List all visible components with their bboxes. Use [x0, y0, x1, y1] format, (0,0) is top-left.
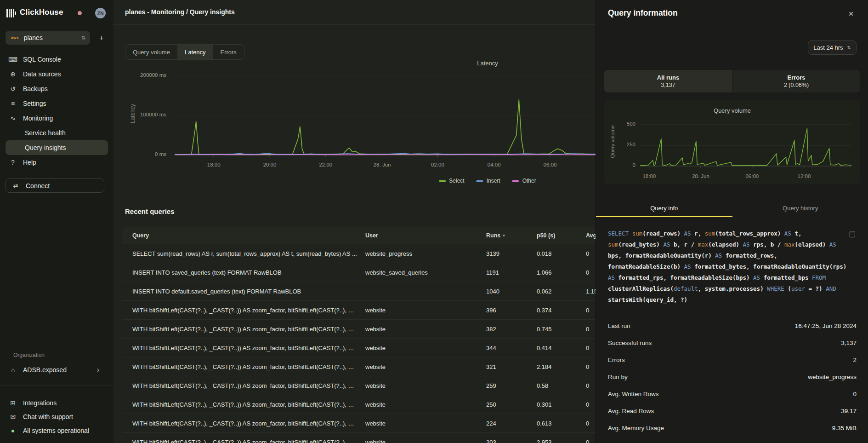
info-tab[interactable]: Query info [596, 200, 732, 217]
time-range-dropdown[interactable]: Last 24 hrs ⇅ [808, 40, 857, 55]
legend-label: Insert [487, 178, 500, 184]
latency-x-ticks: 18:0020:0022:0028. Jun02:0004:0006:00 [175, 162, 596, 169]
query-information-panel: Query information × Last 24 hrs ⇅ All ru… [596, 0, 868, 443]
nav-item-label: Help [23, 159, 36, 166]
sidebar-nav-item[interactable]: Service health [6, 126, 108, 140]
notification-dot[interactable] [78, 11, 82, 15]
sidebar-nav-item[interactable]: ≡ Settings [6, 96, 108, 111]
info-tab-label: Query info [650, 205, 678, 212]
monitoring-icon: ∿ [8, 115, 18, 122]
sidebar-nav-item[interactable]: Query insights [6, 140, 108, 155]
cell-runs: 250 [486, 401, 537, 408]
cell-p50: 2.953 [537, 439, 586, 443]
cell-p50: 0.374 [537, 307, 586, 314]
cell-query: WITH bitShiftLeft(CAST(?..), _CAST(?..))… [122, 439, 365, 443]
chevron-updown-icon: ⇅ [81, 35, 85, 41]
copy-icon[interactable] [850, 231, 855, 237]
cell-user: website [365, 307, 486, 314]
column-user[interactable]: User [365, 232, 486, 239]
cell-user: website_progress [365, 250, 486, 257]
view-tab-label: Latency [185, 49, 206, 56]
x-tick-label: 22:00 [319, 162, 332, 167]
column-query[interactable]: Query [122, 232, 365, 239]
sidebar-nav-item[interactable]: ⌨ SQL Console [6, 52, 108, 67]
sliders-icon: ≡ [8, 100, 18, 107]
y-tick-label: 200000 ms [140, 72, 166, 78]
cell-query: WITH bitShiftLeft(CAST(?..), _CAST(?..))… [122, 345, 365, 351]
view-tab[interactable]: Latency [177, 45, 213, 59]
summary-tab-label: All runs [657, 74, 679, 81]
summary-tab[interactable]: All runs 3,137 [604, 70, 732, 92]
sidebar-nav-item[interactable]: ↺ Backups [6, 81, 108, 96]
sidebar-footer-item[interactable]: ✉ Chat with support [6, 410, 108, 424]
service-selector[interactable]: aws planes ⇅ [6, 31, 90, 45]
view-tab-label: Query volume [133, 49, 170, 56]
summary-tab-value: 2 (0.06%) [784, 82, 809, 88]
cell-runs: 344 [486, 345, 537, 351]
view-tab[interactable]: Query volume [125, 45, 177, 59]
cell-query: WITH bitShiftLeft(CAST(?..), _CAST(?..))… [122, 363, 365, 370]
cell-runs: 321 [486, 363, 537, 370]
series-query-volume [640, 128, 851, 166]
sidebar-footer-item[interactable]: ● All systems operational [6, 424, 108, 437]
sql-query[interactable]: SELECT sum(read_rows) AS r, sum(total_ro… [608, 228, 852, 305]
cell-p50: 1.066 [537, 269, 586, 276]
cell-runs: 1191 [486, 269, 537, 276]
cell-query: WITH bitShiftLeft(CAST(?..), _CAST(?..))… [122, 420, 365, 427]
stat-label: Avg. Read Rows [608, 408, 654, 414]
stat-label: Run by [608, 374, 628, 380]
query-volume-x-ticks: 18:0028. Jun06:0012:00 [640, 173, 851, 180]
cell-query: WITH bitShiftLeft(CAST(?..), _CAST(?..))… [122, 401, 365, 408]
sidebar-nav-item[interactable]: ∿ Monitoring [6, 111, 108, 126]
sidebar: ClickHouse ZN aws planes ⇅ + ⌨ SQL Conso… [0, 0, 114, 443]
query-volume-card: Query volume Query volume 0250500 18:002… [604, 100, 860, 184]
sidebar-nav-item[interactable]: ? Help [6, 155, 108, 170]
legend-item[interactable]: Insert [477, 178, 500, 184]
cell-query: SELECT sum(read_rows) AS r, sum(total_ro… [122, 250, 365, 257]
x-tick-label: 06:00 [745, 173, 759, 179]
latency-chart-title: Latency [477, 60, 498, 67]
x-tick-label: 18:00 [642, 173, 656, 179]
legend-label: Other [522, 178, 536, 184]
stat-value: 0 [853, 391, 857, 397]
info-tab[interactable]: Query history [732, 200, 868, 217]
series-select [175, 100, 596, 155]
column-p50[interactable]: p50 (s) [537, 232, 586, 239]
column-runs[interactable]: Runs▾ [486, 232, 537, 239]
x-tick-label: 20:00 [263, 162, 277, 167]
connect-button[interactable]: ⇄ Connect [6, 178, 104, 193]
stat-row: Successful runs 3,137 [608, 334, 857, 351]
stat-row: p50 latency 0.018s [608, 437, 857, 443]
cell-user: website [365, 326, 486, 333]
organization-row[interactable]: ⌂ ADSB.exposed › [6, 363, 107, 377]
x-tick-label: 18:00 [207, 162, 221, 167]
cell-query: INSERT INTO default.saved_queries (text)… [122, 288, 365, 295]
query-volume-chart[interactable] [640, 116, 851, 172]
cell-user: website [365, 401, 486, 408]
connect-label: Connect [26, 182, 50, 190]
aws-icon: aws [11, 36, 19, 40]
cell-user: website [365, 439, 486, 443]
sidebar-divider [0, 385, 113, 386]
sidebar-nav-item[interactable]: ⊕ Data sources [6, 67, 108, 81]
add-service-button[interactable]: + [96, 32, 108, 44]
sidebar-footer-item[interactable]: ⊞ Integrations [6, 396, 108, 410]
chart-svg [175, 69, 596, 159]
stat-row: Last run 16:47:25, Jun 28 2024 [608, 317, 857, 334]
avatar[interactable]: ZN [95, 8, 106, 18]
app-title: ClickHouse [20, 8, 63, 17]
stat-value: website_progress [808, 374, 857, 380]
close-icon[interactable]: × [845, 7, 857, 20]
status-ok-icon: ● [8, 427, 18, 434]
summary-tab[interactable]: Errors 2 (0.06%) [732, 70, 860, 92]
building-icon: ⌂ [8, 366, 18, 374]
latency-y-ticks: 0 ms100000 ms200000 ms [113, 69, 166, 166]
legend-item[interactable]: Other [512, 178, 536, 184]
legend-item[interactable]: Select [439, 178, 464, 184]
view-tab[interactable]: Errors [213, 45, 244, 59]
latency-chart[interactable] [175, 69, 596, 161]
footer-item-label: Integrations [23, 399, 57, 407]
cell-query: WITH bitShiftLeft(CAST(?..), _CAST(?..))… [122, 382, 365, 389]
stat-label: Errors [608, 357, 625, 363]
stat-value: 3,137 [841, 339, 857, 346]
